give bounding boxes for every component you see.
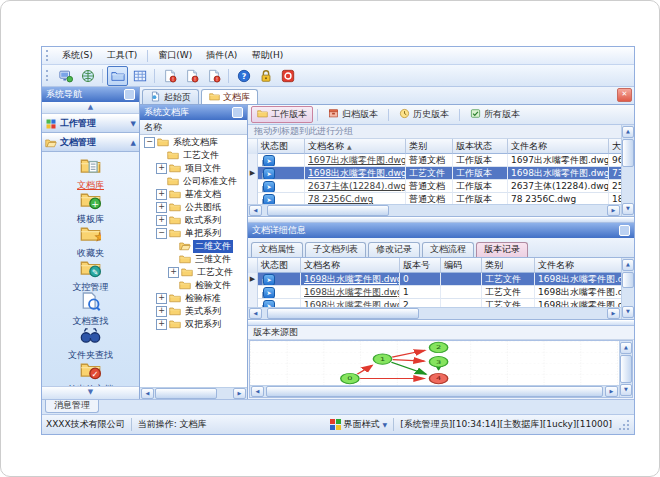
menu-item[interactable]: 工具(T): [101, 48, 144, 63]
grid1-vertical-scrollbar[interactable]: ▲ ▼: [621, 125, 634, 216]
grid1-horizontal-scrollbar[interactable]: ◀ ▶: [248, 204, 621, 216]
column-header-大小[interactable]: 大小: [609, 139, 621, 154]
table-row[interactable]: ➤78 2356C.dwg普通文档工作版本78 2356C.dwg182.15K…: [248, 193, 621, 204]
sidebar-scroll-down-button[interactable]: ▼: [42, 386, 139, 399]
toolbar-grip[interactable]: [46, 70, 51, 81]
tree-item-工艺文件[interactable]: +工艺文件: [140, 266, 247, 279]
scroll-down-icon[interactable]: ▼: [622, 306, 634, 318]
exit-icon[interactable]: [277, 66, 298, 86]
version-button-所有版本[interactable]: 所有版本: [464, 106, 526, 123]
scroll-thumb[interactable]: [620, 355, 632, 383]
scroll-left-icon[interactable]: ◀: [251, 386, 264, 397]
scroll-left-icon[interactable]: ◀: [249, 205, 262, 216]
graph-node-1[interactable]: 1: [373, 354, 391, 364]
system-monitor-icon[interactable]: [55, 66, 76, 86]
tree-item-单把系列[interactable]: −单把系列: [140, 227, 247, 240]
tree-item-项目文件[interactable]: +项目文件: [140, 162, 247, 175]
tree-expand-toggle[interactable]: +: [156, 306, 167, 317]
tab-文档库[interactable]: 文档库: [201, 89, 258, 104]
sidebar-item-文控管理[interactable]: ✎文控管理: [42, 258, 139, 292]
table-row[interactable]: ➤1698出水嘴零件图.dwg1工艺文件1698出水嘴零件图.dwg73.00K…: [248, 286, 621, 299]
import-document-icon[interactable]: !: [181, 66, 202, 86]
tree-item-检验标准[interactable]: +检验标准: [140, 292, 247, 305]
sidebar-item-收藏夹[interactable]: ★收藏夹: [42, 224, 139, 258]
graph-node-3[interactable]: 3: [429, 357, 447, 367]
tree-expand-toggle[interactable]: +: [156, 319, 167, 330]
tree-expand-toggle[interactable]: +: [156, 189, 167, 200]
tree-item-工艺文件[interactable]: 工艺文件: [140, 149, 247, 162]
table-row[interactable]: ▶➤1698出水嘴零件图.dwg工艺文件工作版本1698出水嘴零件图.dwg73…: [248, 167, 621, 180]
scroll-right-icon[interactable]: ▶: [607, 308, 620, 319]
table-row[interactable]: ➤2637主体(12284).dwg普通文档工作版本2637主体(12284).…: [248, 180, 621, 193]
resize-grip[interactable]: [618, 419, 630, 431]
column-header-文档名称[interactable]: 文档名称 ▲: [305, 139, 406, 154]
column-header-文档名称[interactable]: 文档名称: [301, 258, 400, 273]
tree-item-双把系列[interactable]: +双把系列: [140, 318, 247, 331]
sidebar-item-文档查找[interactable]: 文档查找: [42, 292, 139, 326]
version-button-工作版本[interactable]: 工作版本: [251, 106, 313, 123]
tree-expand-toggle[interactable]: +: [156, 202, 167, 213]
menu-item[interactable]: 帮助(H): [245, 48, 289, 63]
tree-item-系统文档库[interactable]: −系统文档库: [140, 136, 247, 149]
lock-icon[interactable]: [255, 66, 276, 86]
help-icon[interactable]: ?: [233, 66, 254, 86]
table-row[interactable]: ▶➤1698出水嘴零件图.dwg0工艺文件1698出水嘴零件图.dwg73.00…: [248, 273, 621, 286]
column-header-状态图[interactable]: 状态图: [258, 258, 301, 273]
sidebar-item-文档库[interactable]: 文档库: [42, 156, 139, 190]
tree-expand-toggle[interactable]: +: [156, 163, 167, 174]
tree-item-二维文件[interactable]: 二维文件: [140, 240, 247, 253]
version-button-归档版本[interactable]: 归档版本: [322, 106, 384, 123]
details-tab-文档流程[interactable]: 文档流程: [422, 242, 474, 257]
tree-expand-toggle[interactable]: −: [144, 137, 155, 148]
scroll-thumb[interactable]: [267, 205, 389, 216]
tree-expand-toggle[interactable]: −: [156, 228, 167, 239]
version-button-历史版本[interactable]: 历史版本: [393, 106, 455, 123]
scroll-up-icon[interactable]: ▲: [622, 259, 634, 271]
tree-item-检验文件[interactable]: 检验文件: [140, 279, 247, 292]
sidebar-group-documents[interactable]: 文档管理▲: [42, 133, 139, 152]
document-library-icon[interactable]: [107, 66, 128, 86]
tree-item-欧式系列[interactable]: +欧式系列: [140, 214, 247, 227]
scroll-down-icon[interactable]: ▼: [622, 203, 634, 215]
column-header-版本状态[interactable]: 版本状态: [453, 139, 508, 154]
scroll-thumb[interactable]: [622, 139, 634, 167]
menu-item[interactable]: 插件(A): [200, 48, 243, 63]
tree-expand-toggle[interactable]: +: [156, 215, 167, 226]
graph-node-0[interactable]: 0: [341, 373, 359, 383]
pin-icon[interactable]: [619, 225, 630, 236]
scroll-thumb[interactable]: [266, 386, 603, 397]
web-globe-icon[interactable]: [77, 66, 98, 86]
details-tab-文档属性[interactable]: 文档属性: [251, 242, 303, 257]
pin-icon[interactable]: [232, 107, 243, 118]
scroll-down-icon[interactable]: ▼: [620, 384, 632, 396]
sidebar-group-work[interactable]: 工作管理▼: [42, 114, 139, 133]
tree-item-三维文件[interactable]: 三维文件: [140, 253, 247, 266]
tree-expand-toggle[interactable]: +: [168, 267, 179, 278]
scroll-up-icon[interactable]: ▲: [622, 126, 634, 138]
tree-column-header[interactable]: 名称: [140, 120, 247, 135]
scroll-right-icon[interactable]: ▶: [233, 388, 246, 399]
graph-node-4[interactable]: 4: [429, 373, 447, 383]
version-graph[interactable]: 01234: [250, 341, 619, 385]
column-header-类别[interactable]: 类别: [406, 139, 453, 154]
table-row[interactable]: ➤1697出水嘴零件图.dwg普通文档工作版本1697出水嘴零件图.dwg96.…: [248, 154, 621, 167]
details-tab-版本记录[interactable]: 版本记录: [476, 242, 528, 257]
table-row[interactable]: ➤1698出水嘴零件图.dwg2工艺文件1698出水嘴零件图.dwg73.00K…: [248, 299, 621, 307]
tree-item-美式系列[interactable]: +美式系列: [140, 305, 247, 318]
menu-item[interactable]: 窗口(W): [152, 48, 198, 63]
tab-起始页[interactable]: 起始页: [142, 89, 199, 104]
close-tab-button[interactable]: ✕: [617, 88, 632, 102]
column-header-状态图[interactable]: 状态图: [258, 139, 305, 154]
details-tab-修改记录[interactable]: 修改记录: [368, 242, 420, 257]
group-by-hint[interactable]: 拖动列标题到此进行分组: [248, 125, 621, 139]
column-header-文件名称[interactable]: 文件名称: [535, 258, 621, 273]
graph-node-2[interactable]: 2: [429, 342, 447, 352]
scroll-thumb[interactable]: [267, 308, 419, 319]
tree-item-公司标准文件[interactable]: 公司标准文件: [140, 175, 247, 188]
tree-item-基准文档[interactable]: +基准文档: [140, 188, 247, 201]
column-header-版本号[interactable]: 版本号: [400, 258, 441, 273]
column-header-文件名称[interactable]: 文件名称: [508, 139, 609, 154]
tree-expand-toggle[interactable]: +: [156, 293, 167, 304]
graph-vertical-scrollbar[interactable]: ▲ ▼: [619, 341, 632, 397]
details-tab-子文档列表[interactable]: 子文档列表: [305, 242, 366, 257]
